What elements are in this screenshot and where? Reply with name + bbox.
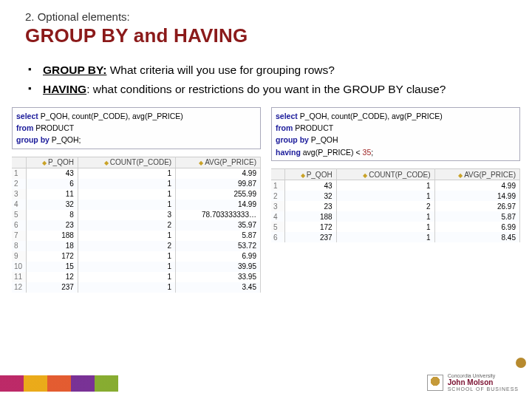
right-sql: select P_QOH, count(P_CODE), avg(P_PRICE… [271,107,520,161]
table-cell: 11 [27,189,78,200]
table-cell: 6 [27,179,78,189]
row-number: 1 [271,180,284,191]
table-row: 323226.97 [271,201,520,211]
table-cell: 12 [27,272,78,282]
table-cell: 1 [78,179,175,189]
row-number: 2 [271,191,284,201]
page-title: GROUP BY and HAVING [25,24,507,47]
table-cell: 4.99 [176,168,261,179]
table-row: 418815.87 [271,211,520,222]
key-icon: ◆ [42,160,47,166]
right-table: ◆P_QOH ◆COUNT(P_CODE) ◆AVG(P_PRICE) 1431… [271,168,520,242]
table-cell: 78.703333333… [176,210,261,220]
table-cell: 39.95 [176,262,261,272]
table-row: 26199.87 [12,179,261,189]
row-number: 4 [271,211,284,222]
table-cell: 14.99 [176,200,261,210]
table-cell: 255.99 [176,189,261,200]
table-cell: 1 [336,211,434,222]
table-cell: 53.72 [176,241,261,251]
bullet-having: HAVING: what conditions or restrictions … [25,81,507,98]
left-rownum-header [12,157,27,168]
table-cell: 1 [78,189,175,200]
left-col-pqoh: ◆P_QOH [27,157,78,168]
table-cell: 172 [284,222,336,232]
table-row: 917216.99 [12,251,261,262]
row-number: 4 [12,200,27,210]
table-cell: 188 [27,231,78,241]
table-row: 14314.99 [12,168,261,179]
table-cell: 237 [284,232,336,242]
row-number: 2 [12,179,27,189]
table-cell: 18 [27,241,78,251]
row-number: 6 [12,220,27,231]
table-cell: 8.45 [434,232,519,242]
left-table: ◆P_QOH ◆COUNT(P_CODE) ◆AVG(P_PRICE) 1431… [12,157,261,293]
table-row: 232114.99 [271,191,520,201]
row-number: 8 [12,241,27,251]
left-sql: select P_QOH, count(P_CODE), avg(P_PRICE… [12,107,261,149]
table-cell: 5.87 [176,231,261,241]
table-cell: 1 [78,231,175,241]
table-cell: 2 [78,220,175,231]
table-cell: 1 [78,200,175,210]
bullet-list: GROUP BY: What criteria will you use for… [0,52,532,107]
table-cell: 6.99 [176,251,261,262]
row-number: 5 [12,210,27,220]
table-row: 718815.87 [12,231,261,241]
table-cell: 5.87 [434,211,519,222]
table-cell: 1 [78,262,175,272]
table-cell: 2 [336,201,434,211]
table-row: 623235.97 [12,220,261,231]
table-cell: 188 [284,211,336,222]
table-row: 14314.99 [271,180,520,191]
key-icon: ◆ [363,172,367,179]
table-row: 818253.72 [12,241,261,251]
bullet-groupby: GROUP BY: What criteria will you use for… [25,62,507,78]
logo-crest-icon [427,375,443,391]
table-row: 623718.45 [271,232,520,242]
table-cell: 14.99 [434,191,519,201]
row-number: 11 [12,272,27,282]
row-number: 7 [12,231,27,241]
logo: Concordia University John Molson SCHOOL … [427,373,519,392]
table-cell: 172 [27,251,78,262]
table-cell: 1 [336,232,434,242]
table-cell: 26.97 [434,201,519,211]
table-cell: 1 [336,191,434,201]
table-cell: 3 [78,210,175,220]
table-cell: 35.97 [176,220,261,231]
row-number: 6 [271,232,284,242]
left-panel: select P_QOH, count(P_CODE), avg(P_PRICE… [12,107,261,293]
row-number: 3 [271,201,284,211]
table-cell: 3.45 [176,282,261,293]
left-col-count: ◆COUNT(P_CODE) [78,157,175,168]
table-cell: 32 [27,200,78,210]
table-row: 1223713.45 [12,282,261,293]
table-row: 517216.99 [271,222,520,232]
table-row: 1112133.95 [12,272,261,282]
table-cell: 43 [27,168,78,179]
table-row: 3111255.99 [12,189,261,200]
table-cell: 99.87 [176,179,261,189]
footer-stripe [0,375,118,392]
table-cell: 1 [78,272,175,282]
right-col-count: ◆COUNT(P_CODE) [336,169,434,180]
table-cell: 15 [27,262,78,272]
table-cell: 8 [27,210,78,220]
table-row: 58378.703333333… [12,210,261,220]
table-row: 1015139.95 [12,262,261,272]
table-cell: 237 [27,282,78,293]
table-cell: 23 [27,220,78,231]
table-cell: 1 [336,180,434,191]
key-icon: ◆ [301,172,305,179]
table-cell: 4.99 [434,180,519,191]
table-cell: 1 [78,251,175,262]
row-number: 3 [12,189,27,200]
table-cell: 32 [284,191,336,201]
row-number: 9 [12,251,27,262]
table-row: 432114.99 [12,200,261,210]
right-rownum-header [271,169,284,180]
table-cell: 43 [284,180,336,191]
right-col-pqoh: ◆P_QOH [284,169,336,180]
